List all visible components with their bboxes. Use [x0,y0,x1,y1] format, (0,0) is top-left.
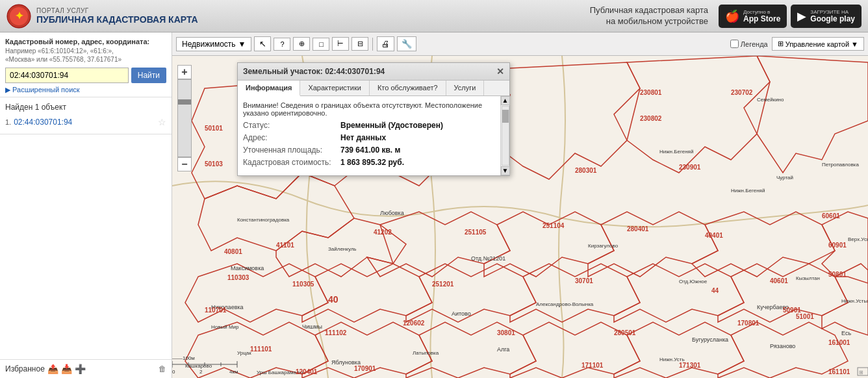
advanced-search-link[interactable]: ▶ Расширенный поиск [5,86,166,94]
warning-message: Сведения о границах объекта отсутствуют.… [243,101,482,117]
print-button[interactable]: 🖨 [377,36,394,51]
favorites-add-icon[interactable]: ➕ [75,364,86,374]
mobile-line1: Публичная кадастровая карта [590,5,708,15]
svg-text:171101: 171101 [581,362,604,369]
apple-icon: 🍎 [725,9,739,23]
area-label: Уточненная площадь: [243,145,340,155]
favorites-export-icon[interactable]: 📤 [47,364,58,374]
search-button[interactable]: Найти [131,68,166,83]
zoom-slider[interactable] [177,79,192,157]
svg-text:Верх.Усьс01: Верх.Усьс01 [848,236,868,242]
status-value: Временный (Удостоверен) [340,121,443,130]
legend-label: Легенда [741,40,768,48]
tab-characteristics[interactable]: Характеристики [300,81,370,95]
svg-text:110701: 110701 [205,307,227,314]
svg-text:41202: 41202 [374,229,392,236]
status-label: Статус: [243,121,340,130]
zoom-in-button[interactable]: + [177,65,192,79]
mobile-promo-text: Публичная кадастровая карта на мобильном… [361,5,708,27]
svg-text:Отд.№21201: Отд.№21201 [471,255,505,262]
realty-label: Недвижимость [182,40,236,49]
googleplay-badge[interactable]: ▶ ЗАГРУЗИТЕ НА Google play [791,5,862,28]
svg-text:50101: 50101 [205,125,223,132]
svg-text:251105: 251105 [465,229,487,236]
svg-text:Кызылтан: Кызылтан [796,275,820,281]
svg-text:Петропавловка: Петропавловка [822,162,859,168]
svg-text:Максимовка: Максимовка [231,265,264,271]
search-label: Кадастровый номер, адрес, координата: [5,38,166,45]
appstore-badge[interactable]: 🍎 Доступно в App Store [719,5,787,28]
svg-text:30701: 30701 [575,277,593,284]
scrollbar-down-button[interactable]: ▼ [501,166,510,175]
tab-services[interactable]: Услуги [446,81,485,95]
main-layout: Кадастровый номер, адрес, координата: На… [0,32,868,378]
zoom-slider-thumb[interactable] [178,99,191,105]
mobile-line2: на мобильном устройстве [606,16,708,26]
favorites-delete-icon[interactable]: 🗑 [159,364,166,373]
svg-text:Нижн.Усты: Нижн.Усты [841,298,867,304]
svg-text:120401: 120401 [296,368,318,375]
ruler-tool-button[interactable]: ⊢ [332,37,349,51]
scrollbar-up-button[interactable]: ▲ [501,96,510,105]
scrollbar-track[interactable] [502,106,509,166]
svg-text:Константиноградовка: Константиноградовка [237,217,290,223]
manage-map-button[interactable]: ⊞ Управление картой ▼ [772,37,864,51]
address-value: Нет данных [340,133,386,142]
favorite-star-icon[interactable]: ☆ [158,117,166,127]
svg-text:Бугурусланка: Бугурусланка [692,336,728,343]
svg-text:✦: ✦ [15,10,24,21]
favorites-import-icon[interactable]: 📥 [61,364,72,374]
address-label: Адрес: [243,133,340,142]
warning-text: Внимание! Сведения о границах объекта от… [243,101,504,117]
svg-text:251104: 251104 [542,222,565,229]
legend-checkbox-container[interactable]: Легенда [730,40,768,48]
sidebar: Кадастровый номер, адрес, координата: На… [0,32,172,378]
svg-text:170901: 170901 [354,365,376,372]
area-value: 739 641.00 кв. м [340,145,400,155]
svg-text:230901: 230901 [679,164,701,171]
popup-close-button[interactable]: ✕ [496,66,504,77]
area-row: Уточненная площадь: 739 641.00 кв. м [243,145,504,155]
popup-header: Земельный участок: 02:44:030701:94 ✕ [238,63,509,81]
info-popup: Земельный участок: 02:44:030701:94 ✕ Инф… [237,62,510,176]
svg-text:40401: 40401 [705,232,723,239]
draw-tool-button[interactable]: □ [313,38,329,51]
result-link[interactable]: 02:44:030701:94 [14,118,72,127]
legend-checkbox[interactable] [730,40,739,48]
svg-text:251201: 251201 [432,281,454,288]
popup-scrollbar[interactable]: ▲ ▼ [500,96,509,175]
svg-text:30801: 30801 [497,329,515,336]
tab-info[interactable]: Информация [238,81,300,96]
info-tool-button[interactable]: ? [274,38,290,51]
cadastral-value-row: Кадастровая стоимость: 1 863 895.32 руб. [243,158,504,167]
favorites-label: Избранное [5,364,45,373]
settings-button[interactable]: 🔧 [397,36,416,51]
realty-dropdown[interactable]: Недвижимость ▼ [176,37,251,51]
result-number: 1. [5,118,11,126]
svg-text:40: 40 [328,294,338,305]
map-toolbar: Недвижимость ▼ ↖ ? ⊕ □ ⊢ ⊟ 🖨 🔧 Легенда ⊞… [172,32,868,56]
svg-text:——100м: ——100м [172,355,195,361]
googleplay-icon: ▶ [797,9,806,23]
measure-tool-button[interactable]: ⊕ [293,37,310,51]
svg-text:230702: 230702 [731,89,753,96]
scrollbar-thumb[interactable] [502,110,509,123]
toolbar-separator [372,38,373,51]
svg-text:51001: 51001 [796,313,814,320]
favorites-section: Избранное 📤 📥 ➕ 🗑 [0,359,172,378]
svg-text:111102: 111102 [325,329,347,336]
cadastral-value: 1 863 895.32 руб. [340,158,404,167]
tab-service[interactable]: Кто обслуживает? [370,81,446,95]
svg-text:280501: 280501 [614,329,636,336]
zoom-out-button[interactable]: − [177,157,192,171]
svg-text:4км: 4км [229,369,238,375]
address-row: Адрес: Нет данных [243,133,504,142]
map-container[interactable]: Недвижимость ▼ ↖ ? ⊕ □ ⊢ ⊟ 🖨 🔧 Легенда ⊞… [172,32,868,378]
svg-text:161001: 161001 [828,339,850,346]
status-row: Статус: Временный (Удостоверен) [243,121,504,130]
warning-label: Внимание! [243,101,279,109]
svg-text:Александрово-Волынка: Александрово-Волынка [536,301,594,307]
search-input[interactable] [5,68,129,83]
layers-tool-button[interactable]: ⊟ [351,37,368,51]
select-tool-button[interactable]: ↖ [254,36,271,51]
